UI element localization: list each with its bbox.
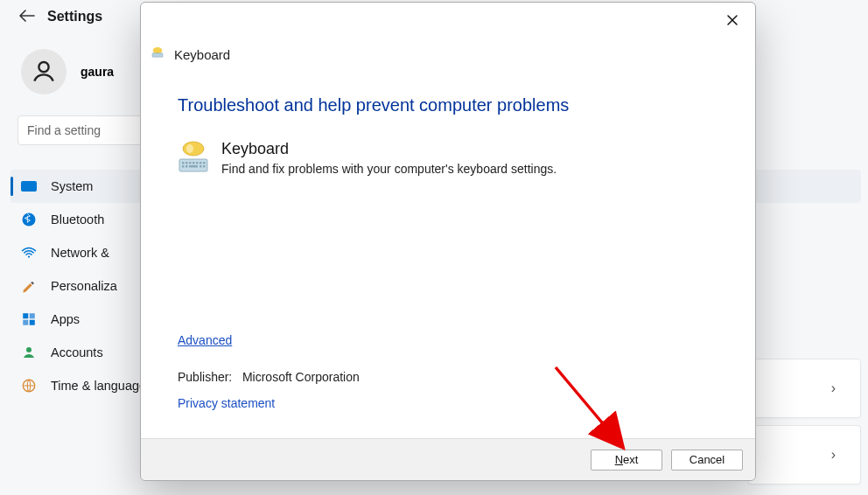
- content-panel[interactable]: ›: [747, 359, 861, 418]
- svg-rect-25: [203, 165, 206, 168]
- content-panel[interactable]: ›: [747, 425, 861, 485]
- svg-point-9: [153, 47, 163, 54]
- svg-rect-22: [186, 165, 188, 168]
- chevron-right-icon: ›: [831, 380, 836, 396]
- settings-title: Settings: [47, 9, 102, 24]
- profile-name: gaura: [80, 65, 114, 79]
- svg-rect-15: [186, 162, 188, 164]
- close-icon: [726, 14, 738, 26]
- svg-rect-23: [189, 165, 198, 168]
- svg-point-7: [26, 347, 32, 352]
- svg-point-12: [186, 144, 193, 153]
- content-panels: › ›: [747, 359, 861, 492]
- troubleshooter-dialog: Keyboard Troubleshoot and help prevent c…: [140, 2, 756, 481]
- svg-rect-10: [152, 53, 163, 58]
- sidebar-item-label: Accounts: [51, 345, 103, 359]
- next-button[interactable]: Next: [591, 450, 662, 471]
- svg-rect-21: [182, 165, 185, 168]
- svg-rect-4: [30, 313, 35, 318]
- keyboard-small-icon: [150, 45, 165, 64]
- advanced-link[interactable]: Advanced: [178, 333, 232, 347]
- close-button[interactable]: [717, 8, 748, 32]
- sidebar-item-label: Apps: [51, 312, 80, 326]
- svg-rect-6: [30, 320, 35, 325]
- section-description: Find and fix problems with your computer…: [221, 162, 556, 176]
- sidebar-item-label: Time & language: [51, 379, 146, 393]
- bluetooth-icon: [21, 212, 37, 227]
- account-icon: [21, 345, 37, 360]
- svg-rect-5: [23, 320, 28, 325]
- keyboard-large-icon: [178, 140, 209, 177]
- sidebar-item-label: Personaliza: [51, 279, 117, 293]
- privacy-link[interactable]: Privacy statement: [178, 396, 275, 410]
- sidebar-item-label: System: [51, 179, 93, 193]
- back-icon[interactable]: [19, 10, 33, 24]
- dialog-headline: Troubleshoot and help prevent computer p…: [178, 95, 718, 115]
- svg-rect-14: [182, 162, 185, 164]
- sidebar-item-label: Network &: [51, 246, 109, 260]
- svg-rect-17: [192, 162, 195, 164]
- wifi-icon: [21, 245, 37, 261]
- svg-point-2: [28, 255, 30, 257]
- section-title: Keyboard: [221, 140, 556, 158]
- dialog-title: Keyboard: [174, 47, 230, 62]
- publisher-label: Publisher:: [178, 370, 232, 384]
- sidebar-item-label: Bluetooth: [51, 213, 104, 227]
- svg-point-0: [38, 62, 48, 72]
- svg-rect-3: [23, 313, 28, 318]
- svg-rect-24: [200, 165, 202, 168]
- publisher-value: Microsoft Corporation: [242, 370, 360, 384]
- display-icon: [21, 178, 37, 194]
- search-placeholder: Find a setting: [27, 123, 101, 137]
- svg-rect-20: [203, 162, 206, 164]
- avatar: [21, 49, 66, 94]
- svg-rect-19: [200, 162, 202, 164]
- brush-icon: [21, 278, 37, 294]
- apps-icon: [21, 311, 37, 327]
- globe-icon: [21, 378, 37, 394]
- chevron-right-icon: ›: [831, 447, 836, 463]
- svg-rect-16: [189, 162, 192, 164]
- cancel-button[interactable]: Cancel: [671, 450, 743, 471]
- svg-rect-18: [196, 162, 199, 164]
- publisher-row: Publisher: Microsoft Corporation: [178, 370, 360, 384]
